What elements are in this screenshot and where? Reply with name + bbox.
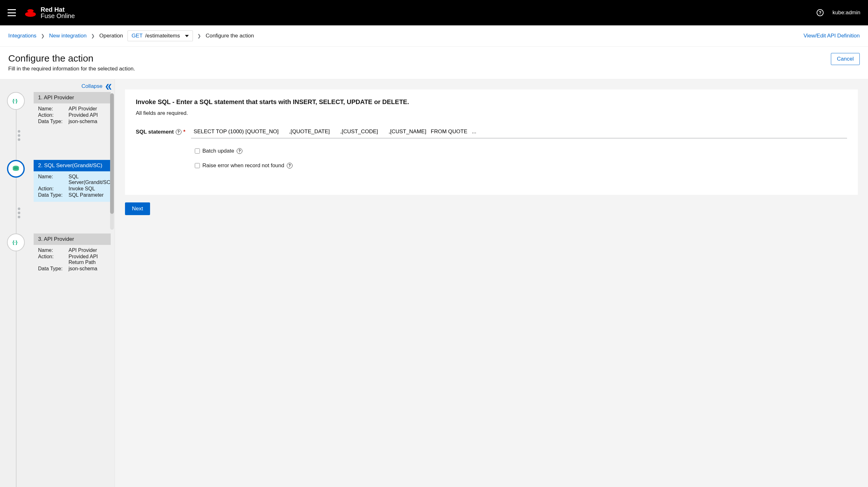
brand-name: Red Hat bbox=[41, 6, 75, 13]
flow-step-2[interactable]: 2. SQL Server(Grandit/SC) Name: SQL Serv… bbox=[3, 160, 111, 234]
scrollbar[interactable] bbox=[110, 93, 114, 230]
sql-statement-label: SQL statement ? * bbox=[136, 129, 185, 135]
hamburger-menu-icon[interactable] bbox=[8, 9, 16, 16]
flow-pane: Collapse ❮❮ {·} 1. API Provider Name: AP… bbox=[0, 79, 115, 487]
step-title: 1. API Provider bbox=[34, 92, 111, 103]
raise-error-row: Raise error when record not found ? bbox=[195, 162, 847, 169]
collapse-label: Collapse bbox=[82, 83, 102, 89]
form-card: Invoke SQL - Enter a SQL statement that … bbox=[125, 89, 858, 195]
svg-text:{·}: {·} bbox=[12, 98, 18, 103]
help-icon[interactable]: ? bbox=[816, 9, 824, 16]
dots-icon bbox=[18, 208, 20, 218]
operation-path: /estimateitems bbox=[145, 33, 180, 39]
flow-wrap: {·} 1. API Provider Name: API Provider A… bbox=[0, 92, 115, 487]
svg-point-1 bbox=[27, 9, 34, 12]
api-provider-icon: {·} bbox=[7, 92, 25, 110]
chevron-down-icon bbox=[185, 35, 189, 37]
chevron-right-icon: ❯ bbox=[91, 33, 95, 38]
brand: Red Hat Fuse Online bbox=[25, 6, 75, 19]
page-desc: Fill in the required information for the… bbox=[8, 66, 135, 72]
dots-icon bbox=[18, 130, 20, 141]
chevron-right-icon: ❯ bbox=[41, 33, 45, 38]
raise-error-checkbox[interactable] bbox=[195, 163, 200, 168]
form-pane: Invoke SQL - Enter a SQL statement that … bbox=[115, 79, 868, 487]
masthead: Red Hat Fuse Online ? kube:admin bbox=[0, 0, 868, 25]
operation-method: GET bbox=[132, 33, 143, 39]
raise-error-label: Raise error when record not found bbox=[203, 162, 284, 169]
sql-statement-input[interactable] bbox=[191, 125, 847, 138]
crumb-current: Configure the action bbox=[206, 33, 254, 39]
breadcrumb: Integrations ❯ New integration ❯ Operati… bbox=[8, 30, 254, 41]
flow-step-1[interactable]: {·} 1. API Provider Name: API Provider A… bbox=[3, 92, 111, 160]
collapse-button[interactable]: Collapse ❮❮ bbox=[0, 79, 115, 92]
batch-update-checkbox[interactable] bbox=[195, 149, 200, 154]
breadcrumb-bar: Integrations ❯ New integration ❯ Operati… bbox=[0, 25, 868, 47]
crumb-operation-label: Operation bbox=[99, 33, 123, 39]
username[interactable]: kube:admin bbox=[833, 9, 860, 16]
page-header: Configure the action Fill in the require… bbox=[0, 47, 868, 79]
help-icon[interactable]: ? bbox=[287, 163, 292, 169]
svg-point-5 bbox=[13, 167, 19, 170]
crumb-integrations[interactable]: Integrations bbox=[8, 33, 36, 39]
crumb-new-integration[interactable]: New integration bbox=[49, 33, 87, 39]
next-button[interactable]: Next bbox=[125, 203, 150, 215]
batch-update-label: Batch update bbox=[203, 148, 234, 154]
required-asterisk: * bbox=[183, 129, 186, 135]
page-title: Configure the action bbox=[8, 53, 135, 64]
flow-step-3[interactable]: {·} 3. API Provider Name: API Provider A… bbox=[3, 234, 111, 307]
database-icon bbox=[7, 160, 25, 178]
form-heading: Invoke SQL - Enter a SQL statement that … bbox=[136, 98, 847, 105]
body: Collapse ❮❮ {·} 1. API Provider Name: AP… bbox=[0, 79, 868, 487]
chevron-double-left-icon: ❮❮ bbox=[105, 84, 110, 89]
svg-text:{·}: {·} bbox=[12, 240, 18, 245]
masthead-user: ? kube:admin bbox=[816, 9, 860, 16]
batch-update-row: Batch update ? bbox=[195, 148, 847, 154]
help-icon[interactable]: ? bbox=[237, 148, 242, 154]
required-note: All fields are required. bbox=[136, 110, 847, 116]
redhat-logo-icon bbox=[25, 8, 36, 17]
cancel-button[interactable]: Cancel bbox=[831, 53, 860, 65]
operation-select[interactable]: GET /estimateitems bbox=[127, 30, 193, 41]
svg-point-0 bbox=[25, 12, 36, 17]
view-edit-api-link[interactable]: View/Edit API Definition bbox=[804, 33, 860, 39]
step-title: 2. SQL Server(Grandit/SC) bbox=[34, 160, 111, 171]
chevron-right-icon: ❯ bbox=[197, 33, 201, 38]
brand-sub: Fuse Online bbox=[41, 12, 75, 19]
step-title: 3. API Provider bbox=[34, 234, 111, 245]
help-icon[interactable]: ? bbox=[176, 129, 182, 135]
api-provider-icon: {·} bbox=[7, 234, 25, 251]
sql-statement-row: SQL statement ? * bbox=[136, 125, 847, 138]
